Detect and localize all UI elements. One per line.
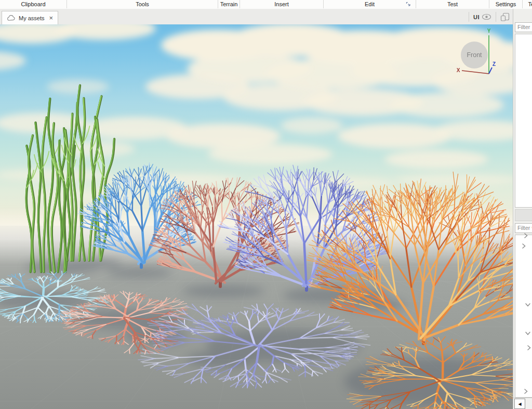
cloud-icon (7, 15, 16, 21)
ribbon-group-settings: Settings (489, 0, 523, 8)
ribbon-group-label: Settings (496, 1, 516, 7)
ribbon-group-insert: Insert (240, 0, 324, 8)
ui-toggle-label: UI (473, 14, 480, 20)
explorer-list[interactable] (515, 34, 532, 208)
tab-close-icon[interactable]: × (49, 15, 54, 21)
section-chevron-right-icon[interactable] (526, 345, 532, 351)
axis-label-z: Z (493, 61, 496, 67)
ribbon-group-team: Team (523, 0, 532, 8)
dialog-launcher-icon[interactable] (406, 2, 411, 7)
document-tabbar: My assets × UI (0, 9, 513, 24)
section-chevron-down-icon[interactable] (525, 330, 531, 336)
device-emulation-icon[interactable] (500, 12, 510, 21)
ribbon-group-label: Edit (365, 1, 375, 7)
tab-label: My assets (19, 15, 45, 21)
horizontal-scrollbar[interactable]: ◀ (513, 398, 532, 409)
axis-label-y: Y (487, 28, 491, 34)
ribbon-group-test: Test (416, 0, 489, 8)
ribbon-group-label: Team (528, 1, 532, 7)
ribbon-group-edit: Edit (324, 0, 416, 8)
docked-panel-sliver: Filter Filter w ◀ (513, 9, 532, 409)
panel-header-block (515, 209, 532, 221)
viewport-toolbar: UI (469, 10, 510, 23)
section-chevron-right-icon[interactable] (523, 388, 529, 394)
view-indicator-label: Front (467, 51, 482, 59)
viewport-3d-scene[interactable]: FrontYXZ (0, 24, 513, 409)
ribbon-group-label: Terrain (220, 1, 238, 7)
ribbon-group-strip: ClipboardToolsTerrainInsertEditTestSetti… (0, 0, 532, 9)
divider (496, 12, 496, 22)
axis-label-x: X (457, 67, 460, 73)
scrollbar-left-arrow[interactable]: ◀ (514, 399, 525, 409)
divider (469, 12, 469, 22)
section-chevron-right-icon[interactable] (523, 233, 529, 239)
ribbon-group-label: Clipboard (21, 1, 45, 7)
ribbon-group-tools: Tools (67, 0, 218, 8)
filter-input-top[interactable]: Filter (515, 22, 532, 32)
ribbon-group-label: Test (447, 1, 458, 7)
properties-list[interactable] (515, 235, 532, 398)
ui-visibility-toggle[interactable]: UI (473, 13, 491, 20)
filter-input-bottom[interactable]: Filter w (515, 223, 532, 233)
studio-window: ClipboardToolsTerrainInsertEditTestSetti… (0, 0, 532, 409)
eye-icon (482, 13, 491, 20)
ribbon-group-terrain: Terrain (218, 0, 240, 8)
ribbon-group-label: Insert (274, 1, 289, 7)
section-chevron-right-icon[interactable] (521, 243, 527, 249)
tab-my-assets[interactable]: My assets × (2, 11, 58, 24)
viewport-3d[interactable]: FrontYXZ (0, 24, 513, 409)
ribbon-group-label: Tools (136, 1, 149, 7)
section-chevron-down-icon[interactable] (525, 302, 531, 308)
ribbon-group-clipboard: Clipboard (0, 0, 67, 8)
